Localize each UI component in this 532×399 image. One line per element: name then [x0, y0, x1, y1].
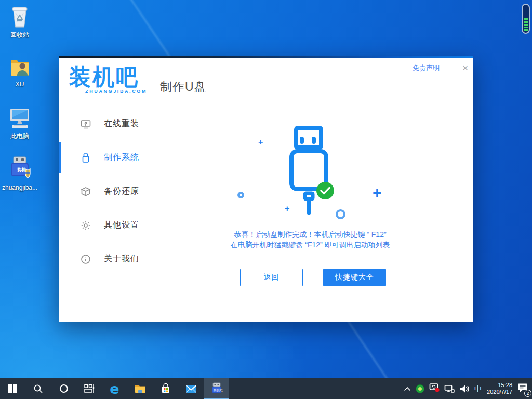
sidebar: 在线重装 制作系统 备份还原 — [59, 107, 163, 276]
sidebar-item-label: 在线重装 — [104, 118, 139, 129]
desktop-icon-zhuangjiba[interactable]: 装机 zhuangjiba... — [2, 155, 38, 191]
sidebar-item-about-us[interactable]: 关于我们 — [59, 242, 163, 276]
window-controls: 免责声明 — × — [413, 63, 468, 73]
success-message: 恭喜！启动盘制作完成！本机启动快捷键 “ F12” 在电脑开机时猛戳键盘 “F1… — [163, 229, 458, 250]
edge-button[interactable]: e — [102, 378, 127, 399]
zhuangjiba-window: 装机吧 ZHUANGJIBA.COM 制作U盘 免责声明 — × 在线重装 — [59, 56, 473, 322]
desktop-icon-label: 回收站 — [2, 31, 38, 39]
clock[interactable]: 15:28 2020/7/17 — [487, 382, 512, 395]
chevron-up-icon[interactable] — [404, 387, 411, 391]
sync-tray-icon[interactable] — [429, 383, 440, 394]
window-header: 装机吧 ZHUANGJIBA.COM 制作U盘 免责声明 — × — [59, 58, 473, 106]
task-view-icon — [84, 384, 95, 393]
main-content: + + + 恭喜！启动盘制作完成！本机启动快捷键 “ F12” 在电脑开机时猛戳… — [163, 114, 473, 322]
minimize-button[interactable]: — — [447, 64, 455, 72]
clock-time: 15:28 — [487, 382, 512, 389]
recycle-bin-icon — [8, 4, 32, 29]
taskbar: e 装机吧 — [0, 378, 532, 399]
svg-text:装机吧: 装机吧 — [213, 389, 222, 392]
network-tray-icon[interactable] — [444, 384, 455, 393]
sidebar-item-backup-restore[interactable]: 备份还原 — [59, 175, 163, 208]
zhuangjiba-taskbar-icon: 装机吧 — [210, 382, 223, 394]
sidebar-item-make-system[interactable]: 制作系统 — [59, 141, 163, 175]
cortana-button[interactable] — [51, 378, 76, 399]
success-message-line1: 恭喜！启动盘制作完成！本机启动快捷键 “ F12” — [163, 229, 458, 240]
file-explorer-icon — [135, 384, 146, 393]
gear-icon — [81, 220, 91, 231]
mail-icon — [185, 384, 197, 393]
this-pc-icon — [8, 105, 32, 130]
desktop-icon-user-folder[interactable]: XU — [2, 55, 38, 88]
antivirus-tray-icon[interactable] — [416, 384, 424, 393]
system-tray: 中 15:28 2020/7/17 2 — [404, 378, 532, 399]
sidebar-item-label: 其他设置 — [104, 220, 139, 231]
mail-button[interactable] — [178, 378, 204, 399]
disclaimer-link[interactable]: 免责声明 — [413, 63, 440, 73]
page-title: 制作U盘 — [160, 79, 207, 95]
desktop-icon-label: XU — [2, 81, 38, 88]
decor-plus-icon: + — [373, 187, 382, 198]
monitor-icon — [81, 119, 91, 129]
sidebar-item-other-settings[interactable]: 其他设置 — [59, 208, 163, 242]
app-logo-text: 装机吧 — [69, 65, 147, 89]
notification-badge: 2 — [524, 390, 531, 397]
file-explorer-button[interactable] — [127, 378, 153, 399]
close-button[interactable]: × — [462, 64, 468, 72]
microsoft-store-icon — [161, 383, 171, 394]
windows-logo-icon — [8, 384, 17, 393]
desktop-icon-recycle-bin[interactable]: 回收站 — [2, 4, 38, 39]
sidebar-item-online-reinstall[interactable]: 在线重装 — [59, 107, 163, 141]
cortana-icon — [59, 384, 69, 393]
success-message-line2: 在电脑开机时猛戳键盘 “F12” 即可调出启动项列表 — [163, 240, 458, 250]
hotkey-list-button[interactable]: 快捷键大全 — [323, 269, 386, 286]
task-view-button[interactable] — [76, 378, 102, 399]
user-folder-icon — [8, 55, 32, 79]
button-row: 返回 快捷键大全 — [240, 269, 386, 286]
decor-ring-icon — [237, 192, 244, 198]
info-icon — [81, 254, 91, 264]
desktop-icon-label: 此电脑 — [2, 132, 38, 141]
sidebar-item-label: 备份还原 — [104, 186, 139, 197]
taskbar-zhuangjiba-app[interactable]: 装机吧 — [204, 378, 229, 399]
desktop-icon-this-pc[interactable]: 此电脑 — [2, 105, 38, 141]
store-button[interactable] — [153, 378, 178, 399]
sidebar-item-label: 关于我们 — [104, 254, 139, 264]
success-check-icon — [316, 182, 334, 200]
decor-ring-icon — [336, 209, 345, 219]
svg-text:装机: 装机 — [17, 167, 26, 172]
back-button[interactable]: 返回 — [240, 269, 303, 286]
edge-icon: e — [110, 381, 119, 397]
backup-box-icon — [81, 187, 91, 197]
zhuangjiba-app-icon: 装机 — [7, 155, 33, 182]
decor-plus-icon: + — [285, 206, 289, 212]
usb-drive-illustration — [287, 124, 333, 217]
volume-gauge — [522, 4, 530, 34]
usb-stick-icon — [81, 153, 91, 163]
ime-indicator[interactable]: 中 — [474, 384, 482, 394]
desktop-icon-label: zhuangjiba... — [2, 184, 38, 191]
decor-plus-icon: + — [258, 139, 263, 145]
sidebar-item-label: 制作系统 — [104, 152, 139, 163]
search-icon — [33, 384, 43, 394]
app-logo: 装机吧 ZHUANGJIBA.COM — [69, 65, 147, 94]
clock-date: 2020/7/17 — [487, 389, 512, 395]
speaker-tray-icon[interactable] — [459, 384, 470, 393]
volume-gauge-fill — [524, 17, 528, 31]
search-button[interactable] — [25, 378, 51, 399]
start-button[interactable] — [0, 378, 25, 399]
action-center-button[interactable]: 2 — [517, 382, 528, 395]
